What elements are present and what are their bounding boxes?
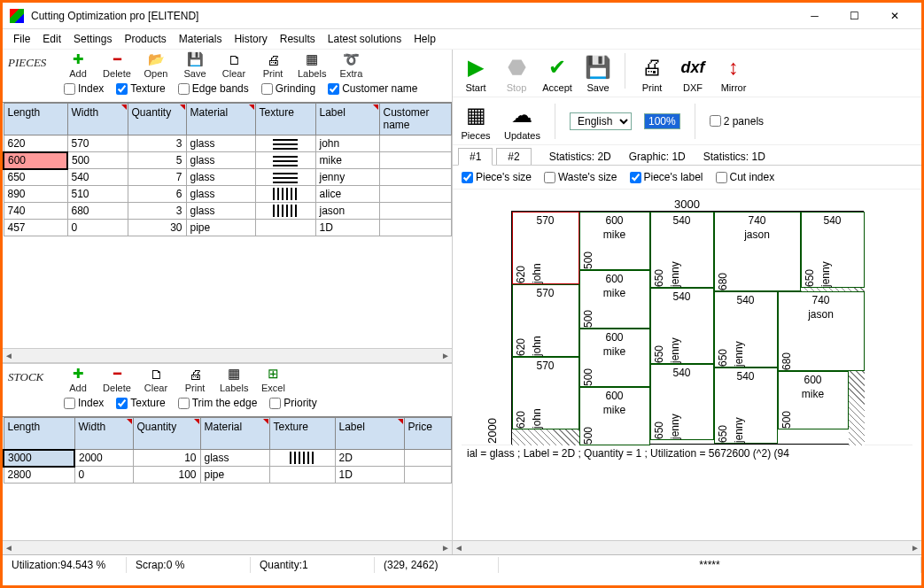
tab-1[interactable]: #1 bbox=[458, 148, 493, 166]
col-customer[interactable]: Customer name bbox=[379, 104, 452, 135]
pieces-clear-button[interactable]: 🗋Clear bbox=[220, 51, 248, 79]
layout-piece[interactable]: 540650jenny bbox=[801, 212, 865, 288]
maximize-button[interactable]: ☐ bbox=[835, 4, 874, 28]
menu-settings[interactable]: Settings bbox=[74, 33, 112, 45]
canvas-hscroll[interactable]: ◄► bbox=[453, 540, 921, 554]
layout-piece[interactable]: 540650jenny bbox=[650, 212, 714, 288]
tab-graphic1d[interactable]: Graphic: 1D bbox=[629, 151, 686, 163]
table-row[interactable]: 6205703glassjohn bbox=[4, 135, 452, 152]
piece-label-check[interactable]: Piece's label bbox=[630, 171, 703, 183]
stock-clear-button[interactable]: 🗋Clear bbox=[142, 366, 170, 393]
layout-piece[interactable]: 600500mike bbox=[579, 270, 650, 329]
pieces-open-button[interactable]: 📂Open bbox=[142, 51, 170, 79]
col-length[interactable]: Length bbox=[4, 104, 67, 135]
minimize-button[interactable]: ─ bbox=[795, 4, 835, 28]
language-select[interactable]: English bbox=[570, 112, 632, 130]
pieces-view-button[interactable]: ▦Pieces bbox=[460, 101, 492, 141]
layout-piece[interactable]: 570620john bbox=[512, 357, 579, 429]
stop-button[interactable]: ⬣Stop bbox=[501, 53, 532, 93]
two-panels-check[interactable]: 2 panels bbox=[710, 115, 764, 128]
dxf-button[interactable]: dxfDXF bbox=[677, 53, 709, 93]
menu-products[interactable]: Products bbox=[124, 33, 166, 45]
stock-hscroll[interactable]: ◄► bbox=[3, 540, 452, 554]
pieces-save-button[interactable]: 💾Save bbox=[181, 51, 209, 79]
layout-piece[interactable]: 540650jenny bbox=[714, 368, 778, 444]
pieces-hscroll[interactable]: ◄► bbox=[3, 348, 452, 362]
col-material[interactable]: Material bbox=[186, 104, 255, 135]
layout-piece[interactable]: 540650jenny bbox=[714, 291, 778, 368]
col-texture[interactable]: Texture bbox=[255, 104, 315, 135]
layout-piece[interactable]: 740680jason bbox=[714, 212, 801, 291]
tab-stats2d[interactable]: Statistics: 2D bbox=[549, 151, 611, 163]
tab-2[interactable]: #2 bbox=[496, 148, 531, 165]
layout-piece[interactable]: 600500mike bbox=[579, 329, 650, 387]
piece-size-check[interactable]: Piece's size bbox=[462, 171, 532, 183]
waste-size-check[interactable]: Waste's size bbox=[544, 171, 617, 183]
table-row[interactable]: 28000100pipe1D bbox=[4, 467, 452, 484]
updates-button[interactable]: ☁Updates bbox=[504, 101, 540, 141]
cut-index-check[interactable]: Cut index bbox=[716, 171, 775, 183]
col-width[interactable]: Width bbox=[67, 104, 128, 135]
status-qty: Quantity:1 bbox=[251, 557, 375, 573]
clear-icon: 🗋 bbox=[226, 51, 242, 67]
menu-edit[interactable]: Edit bbox=[43, 33, 61, 45]
pieces-print-button[interactable]: 🖨Print bbox=[259, 51, 287, 79]
stock-excel-button[interactable]: ⊞Excel bbox=[259, 366, 287, 393]
stock-labels-button[interactable]: ▦Labels bbox=[220, 366, 248, 393]
pieces-index-check[interactable]: Index bbox=[64, 82, 104, 95]
stock-index-check[interactable]: Index bbox=[64, 397, 104, 409]
menu-results[interactable]: Results bbox=[280, 33, 315, 45]
save-result-button[interactable]: 💾Save bbox=[582, 53, 614, 93]
pieces-add-button[interactable]: ✚Add bbox=[64, 51, 92, 79]
app-logo-icon bbox=[10, 9, 24, 23]
layout-piece[interactable]: 540650jenny bbox=[650, 364, 714, 440]
stock-priority-check[interactable]: Priority bbox=[269, 397, 316, 409]
table-row[interactable]: 6505407glassjenny bbox=[4, 169, 452, 186]
layout-piece[interactable]: 740680jason bbox=[778, 291, 865, 371]
menu-history[interactable]: History bbox=[234, 33, 267, 45]
pieces-grinding-check[interactable]: Grinding bbox=[261, 82, 315, 95]
table-row[interactable]: 8905106glassalice bbox=[4, 186, 452, 203]
stock-trim-check[interactable]: Trim the edge bbox=[178, 397, 258, 409]
stock-delete-button[interactable]: ━Delete bbox=[103, 366, 131, 393]
pieces-labels-button[interactable]: ▦Labels bbox=[298, 51, 326, 79]
layout-piece[interactable]: 540650jenny bbox=[650, 288, 714, 364]
stock-print-button[interactable]: 🖨Print bbox=[181, 366, 209, 393]
start-button[interactable]: ▶Start bbox=[460, 53, 492, 93]
stock-texture-check[interactable]: Texture bbox=[116, 397, 165, 409]
layout-piece[interactable]: 600500mike bbox=[579, 387, 650, 445]
pieces-customer-check[interactable]: Customer name bbox=[328, 82, 417, 95]
menu-materials[interactable]: Materials bbox=[179, 33, 222, 45]
zoom-select[interactable]: 100% bbox=[644, 113, 680, 129]
close-button[interactable]: ✕ bbox=[874, 4, 914, 28]
table-row[interactable]: 7406803glassjason bbox=[4, 203, 452, 220]
result-tabs: #1 #2 Statistics: 2D Graphic: 1D Statist… bbox=[453, 145, 921, 166]
menu-latest[interactable]: Latest solutions bbox=[328, 33, 401, 45]
layout-piece[interactable]: 600500mike bbox=[579, 212, 650, 270]
table-row[interactable]: 457030pipe1D bbox=[4, 220, 452, 236]
tab-stats1d[interactable]: Statistics: 1D bbox=[703, 151, 765, 163]
view-toolbar: ▦Pieces ☁Updates English 100% 2 panels bbox=[453, 97, 921, 145]
menu-help[interactable]: Help bbox=[414, 33, 436, 45]
accept-button[interactable]: ✔Accept bbox=[541, 53, 573, 93]
layout-piece[interactable]: 600500mike bbox=[778, 371, 849, 429]
layout-info: ial = glass ; Label = 2D ; Quantity = 1 … bbox=[462, 445, 912, 461]
layout-piece[interactable]: 570620john bbox=[512, 284, 579, 357]
print-result-button[interactable]: 🖨Print bbox=[636, 53, 668, 93]
stock-add-button[interactable]: ✚Add bbox=[64, 366, 92, 393]
col-quantity[interactable]: Quantity bbox=[128, 104, 186, 135]
pieces-extra-button[interactable]: ➰Extra bbox=[337, 51, 365, 79]
print-icon: 🖨 bbox=[265, 51, 281, 67]
pieces-texture-check[interactable]: Texture bbox=[116, 82, 165, 95]
mirror-button[interactable]: ↕Mirror bbox=[718, 53, 749, 93]
pieces-edgebands-check[interactable]: Edge bands bbox=[178, 82, 249, 95]
stock-grid[interactable]: Length Width Quantity Material Texture L… bbox=[3, 417, 452, 484]
table-row[interactable]: 3000200010glass2D bbox=[4, 450, 452, 467]
col-label[interactable]: Label bbox=[315, 104, 379, 135]
layout-canvas[interactable]: 3000 2000 570620john600500mike540650jenn… bbox=[453, 190, 921, 540]
menu-file[interactable]: File bbox=[13, 33, 30, 45]
table-row[interactable]: 6005005glassmike bbox=[4, 152, 452, 169]
layout-piece[interactable]: 570620john bbox=[512, 212, 579, 284]
pieces-grid[interactable]: Length Width Quantity Material Texture L… bbox=[3, 103, 452, 236]
pieces-delete-button[interactable]: ━Delete bbox=[103, 51, 131, 79]
